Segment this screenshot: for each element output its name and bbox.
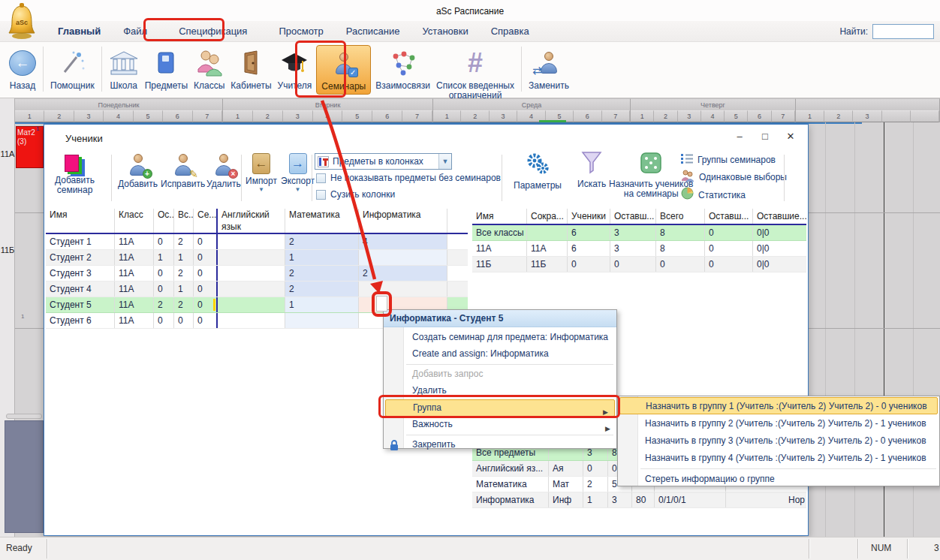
submenu-item-assign-group-4[interactable]: Назначить в группу 4 (Учитель :(Учитель … xyxy=(618,450,939,467)
table-cell[interactable]: 11А xyxy=(115,234,154,249)
table-cell[interactable]: 2 xyxy=(285,282,359,297)
menu-item-group[interactable]: Группа ▶ xyxy=(385,399,615,417)
table-cell[interactable]: 0 xyxy=(154,282,174,297)
lesson-card[interactable]: Мат2 (3) xyxy=(16,126,44,168)
table-cell[interactable]: 1 xyxy=(285,297,359,312)
table-cell[interactable]: 0|0 xyxy=(753,241,806,256)
table-row[interactable]: ИнформатикаИнф13800/1/0/1Нор xyxy=(472,492,806,508)
table-row[interactable]: Все классы63800|0 xyxy=(472,225,806,241)
table-cell[interactable]: 11А xyxy=(472,241,527,256)
delete-student-button[interactable]: × Удалить xyxy=(206,153,241,189)
table-row[interactable]: 11А11А63800|0 xyxy=(472,241,806,257)
table-cell[interactable] xyxy=(359,250,447,265)
table-cell[interactable]: Студент 3 xyxy=(46,266,115,281)
table-row[interactable]: Студент 411А0102 xyxy=(46,282,468,297)
table-cell[interactable]: 1 xyxy=(174,250,194,265)
dropdown-arrow-button[interactable]: ▼ xyxy=(438,154,451,169)
column-header[interactable]: Оставшие... xyxy=(753,209,806,224)
menu-item-create-and-assign[interactable]: Create and assign: Информатика xyxy=(384,346,616,363)
table-cell[interactable]: 3 xyxy=(608,492,632,507)
table-cell[interactable]: 1 xyxy=(174,282,194,297)
column-header[interactable]: Английский язык xyxy=(218,209,285,233)
column-header[interactable]: Имя xyxy=(472,209,527,224)
table-cell[interactable]: 0 xyxy=(194,297,218,312)
menu-tab-timetable[interactable]: Расписание xyxy=(335,22,411,41)
table-cell[interactable] xyxy=(218,282,285,297)
teachers-button[interactable]: Учителя xyxy=(275,45,315,92)
table-cell[interactable]: 80 xyxy=(632,492,655,507)
table-cell[interactable] xyxy=(218,313,285,328)
table-cell[interactable]: 4 xyxy=(359,234,447,249)
import-button[interactable]: ← Импорт ▼ xyxy=(246,153,277,193)
menu-tab-settings[interactable]: Установки xyxy=(411,22,479,41)
table-cell[interactable]: 2 xyxy=(174,297,194,312)
menu-tab-view[interactable]: Просмотр xyxy=(267,22,334,41)
column-header[interactable]: Се... xyxy=(194,209,218,233)
table-cell[interactable]: 0 xyxy=(705,241,753,256)
table-cell[interactable]: Студент 4 xyxy=(46,282,115,297)
table-cell[interactable]: 0 xyxy=(568,257,610,272)
column-header[interactable]: Всего xyxy=(656,209,705,224)
table-cell[interactable] xyxy=(218,250,285,265)
menu-tab-file[interactable]: Файл xyxy=(112,22,158,41)
scrollbar-thumb[interactable] xyxy=(6,414,42,419)
table-cell[interactable]: 1 xyxy=(285,250,359,265)
statistics-button[interactable]: Статистика xyxy=(681,187,746,203)
table-cell[interactable]: 0 xyxy=(154,313,174,328)
search-filter-button[interactable]: Искать xyxy=(577,150,606,189)
table-cell[interactable] xyxy=(218,234,285,249)
table-row[interactable]: ИмяКлассОс...Вс...Се...Английский языкМа… xyxy=(46,209,468,234)
wizard-button[interactable]: Помощник xyxy=(47,45,98,92)
table-cell[interactable]: 2 xyxy=(285,234,359,249)
menu-item-lock[interactable]: Закрепить xyxy=(384,437,616,453)
table-cell[interactable]: 0|0 xyxy=(753,225,806,240)
table-row[interactable]: Студент 211А1101 xyxy=(46,250,468,266)
table-cell[interactable]: 0 xyxy=(656,257,705,272)
column-header[interactable] xyxy=(447,209,468,233)
table-cell[interactable]: 2 xyxy=(174,266,194,281)
column-header[interactable]: Математика xyxy=(285,209,359,233)
back-button[interactable]: ← Назад xyxy=(6,45,39,92)
table-cell[interactable]: Мат xyxy=(549,477,583,492)
seminar-indicator-cell[interactable] xyxy=(376,296,387,312)
menu-item-importance[interactable]: Важность ▶ xyxy=(384,417,616,433)
column-header[interactable]: Информатика xyxy=(359,209,447,233)
column-header[interactable]: Имя xyxy=(46,209,115,233)
menu-tab-specification[interactable]: Спецификация xyxy=(167,22,258,41)
table-cell[interactable]: 0|0 xyxy=(753,257,806,272)
narrow-columns-checkbox[interactable] xyxy=(316,190,326,200)
table-cell[interactable] xyxy=(447,282,468,297)
table-cell[interactable]: 11Б xyxy=(527,257,568,272)
parameters-button[interactable]: Параметры xyxy=(514,152,562,191)
table-cell[interactable]: 11А xyxy=(115,250,154,265)
close-button[interactable]: ✕ xyxy=(778,126,803,147)
table-cell[interactable]: 11А xyxy=(115,297,154,312)
table-cell[interactable]: Студент 5 xyxy=(46,297,115,312)
same-choices-button[interactable]: Одинаковые выборы xyxy=(681,170,787,185)
table-cell[interactable]: 0 xyxy=(705,257,753,272)
table-cell[interactable]: 11Б xyxy=(472,257,527,272)
table-row[interactable]: ИмяСокра...УченикиОставш...ВсегоОставш..… xyxy=(472,209,806,225)
find-input[interactable] xyxy=(872,24,934,39)
column-header[interactable]: Ученики xyxy=(568,209,610,224)
minimize-button[interactable]: – xyxy=(727,126,752,147)
table-cell[interactable]: Английский яз... xyxy=(472,461,549,476)
table-cell[interactable]: 0 xyxy=(194,234,218,249)
add-student-button[interactable]: + Добавить xyxy=(118,153,158,189)
table-cell[interactable]: 0 xyxy=(154,266,174,281)
submenu-item-assign-group-2[interactable]: Назначить в группу 2 (Учитель :(Учитель … xyxy=(618,415,939,432)
table-cell[interactable]: Студент 2 xyxy=(46,250,115,265)
table-cell[interactable]: 0 xyxy=(174,313,194,328)
submenu-item-assign-group-3[interactable]: Назначить в группу 3 (Учитель :(Учитель … xyxy=(618,432,939,450)
table-cell[interactable]: 0/1/0/1 xyxy=(655,492,726,507)
table-cell[interactable]: 6 xyxy=(568,225,610,240)
submenu-item-assign-group-1[interactable]: Назначить в группу 1 (Учитель :(Учитель … xyxy=(619,397,938,414)
table-cell[interactable]: 0 xyxy=(194,266,218,281)
table-cell[interactable]: 0 xyxy=(194,282,218,297)
menu-tab-help[interactable]: Справка xyxy=(480,22,541,41)
table-row[interactable]: Студент 111А02024 xyxy=(46,234,468,250)
subjects-button[interactable]: Предметы xyxy=(142,45,191,92)
table-row[interactable]: Студент 311А02022 xyxy=(46,266,468,282)
edit-student-button[interactable]: ✎ Исправить xyxy=(161,153,205,189)
table-cell[interactable]: 6 xyxy=(568,241,610,256)
